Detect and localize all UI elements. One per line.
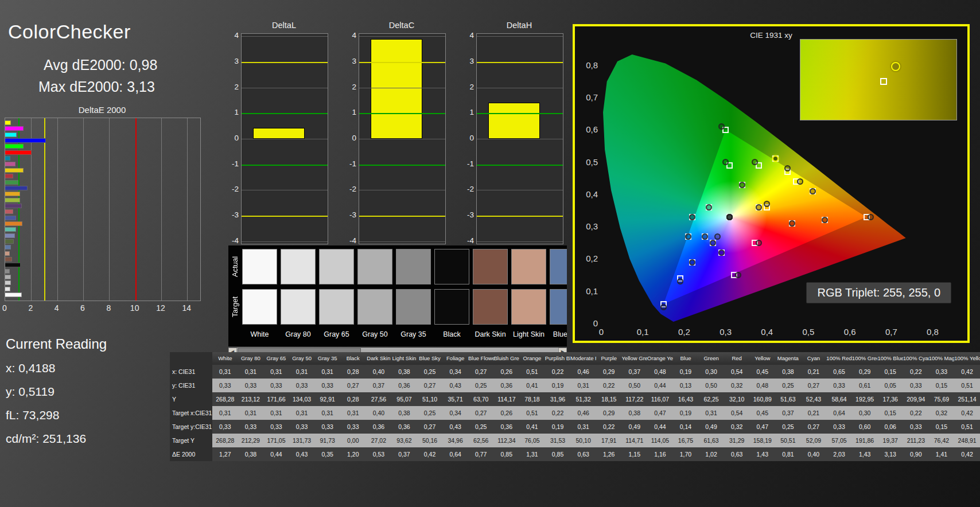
delta-axis-tick: -2: [460, 185, 474, 193]
cie-panel: CIE 1931 xy 00,10,20,30,40,50,60,70,800,…: [573, 24, 970, 343]
swatch-actual[interactable]: [550, 249, 567, 284]
table-cell: 76,05: [519, 434, 545, 447]
swatch-actual[interactable]: [396, 249, 431, 284]
table-cell: 0,46: [570, 365, 596, 379]
swatch-actual[interactable]: [281, 249, 316, 284]
swatch-actual[interactable]: [242, 249, 277, 284]
table-cell: 0,27: [468, 365, 494, 379]
table-cell: 0,33: [314, 420, 340, 434]
table-cell: 0,50: [698, 379, 724, 392]
delta-axis-tick: 3: [460, 57, 474, 65]
cie-zoom-inset: [800, 39, 957, 120]
deltae-bar: [5, 174, 13, 178]
deltae-x-tick: 10: [126, 303, 143, 313]
table-row: Target y:CIE310,330,330,330,330,330,330,…: [170, 420, 980, 434]
table-cell: 0,34: [442, 365, 468, 379]
cie-y-tick: 0,6: [577, 124, 598, 134]
delta-yellow-line: [477, 62, 563, 63]
delta-chart-title: DeltaL: [241, 21, 327, 30]
table-cell: 0,33: [238, 379, 264, 392]
deltae-bar: [5, 120, 11, 125]
table-cell: 1,02: [698, 447, 724, 461]
table-cell: 0,14: [673, 420, 699, 434]
table-column-header: Purple: [596, 352, 622, 365]
table-cell: 0,25: [417, 406, 443, 420]
table-cell: 0,22: [596, 420, 622, 434]
table-cell: 0,00: [340, 434, 366, 447]
swatch-target[interactable]: [550, 289, 567, 325]
table-column-header: Light Skin: [391, 352, 417, 365]
table-cell: 0,42: [954, 365, 980, 379]
cie-x-tick: 0,1: [632, 327, 653, 337]
table-cell: 0,45: [749, 406, 775, 420]
table-cell: 1,27: [212, 447, 238, 461]
table-cell: 50,16: [417, 434, 443, 447]
swatch-label: Light Skin: [511, 330, 546, 338]
table-cell: 0,31: [289, 365, 315, 379]
swatch-label: White: [242, 330, 277, 338]
table-cell: 0,27: [468, 406, 494, 420]
table-cell: 251,14: [954, 392, 980, 406]
table-cell: 0,33: [903, 420, 929, 434]
table-cell: 0,61: [852, 379, 878, 392]
table-row: ΔE 20001,270,380,440,430,351,200,530,370…: [170, 447, 980, 461]
swatch-target[interactable]: [242, 289, 277, 325]
delta-axis-tick: 4: [225, 31, 239, 40]
deltae-bar: [5, 216, 16, 220]
table-cell: 0,33: [314, 379, 340, 392]
swatch-target[interactable]: [319, 289, 354, 325]
table-cell: 31,53: [545, 434, 571, 447]
inset-measured-point: [891, 62, 900, 71]
table-cell: 31,29: [724, 434, 750, 447]
table-cell: 114,71: [622, 434, 648, 447]
swatch-target[interactable]: [434, 289, 469, 325]
delta-axis-tick: 2: [460, 83, 474, 91]
cie-y-tick: 0,7: [577, 92, 598, 102]
cie-measured-point: [756, 204, 762, 210]
swatch-target[interactable]: [357, 289, 392, 325]
table-cell: 32,10: [724, 392, 750, 406]
table-column-header: 100% Cyan: [903, 352, 929, 365]
swatch-actual[interactable]: [319, 249, 354, 284]
table-cell: 18,15: [596, 392, 622, 406]
swatch-target[interactable]: [511, 289, 546, 325]
table-cell: 95,07: [391, 392, 417, 406]
table-cell: 0,41: [519, 420, 545, 434]
cie-y-tick: 0,4: [577, 189, 598, 199]
table-row-label: Target y:CIE31: [170, 420, 212, 434]
swatch-actual[interactable]: [511, 249, 546, 284]
table-cell: 2,03: [826, 447, 852, 461]
swatch-actual[interactable]: [473, 249, 508, 284]
table-cell: 0,77: [468, 447, 494, 461]
table-cell: 0,45: [749, 365, 775, 379]
delta-chart-deltac: DeltaC43210-1-2-3-4: [343, 21, 452, 245]
current-reading-panel: Current Reading x: 0,4188 y: 0,5119 fL: …: [6, 336, 107, 455]
swatch-actual[interactable]: [434, 249, 469, 284]
delta-chart-plot: [241, 33, 328, 244]
cie-measured-point: [677, 278, 683, 284]
delta-axis-tick: -4: [343, 236, 356, 245]
table-cell: 191,86: [852, 434, 878, 447]
table-cell: 0,38: [391, 365, 417, 379]
table-cell: 51,10: [417, 392, 443, 406]
table-cell: 0,31: [289, 406, 315, 420]
table-cell: 1,20: [340, 447, 366, 461]
table-cell: 0,05: [877, 379, 903, 392]
swatch-actual[interactable]: [357, 249, 392, 284]
table-cell: 0,48: [749, 379, 775, 392]
deltae-bar: [5, 251, 10, 256]
swatch-row-target: [242, 289, 567, 325]
swatch-target[interactable]: [473, 289, 508, 325]
delta-yellow-line: [359, 62, 445, 63]
cie-y-tick: 0,3: [577, 221, 598, 231]
table-cell: 0,37: [366, 379, 392, 392]
swatch-target[interactable]: [281, 289, 316, 325]
table-cell: 0,15: [877, 365, 903, 379]
table-cell: 0,26: [494, 365, 520, 379]
table-cell: 0,40: [366, 406, 392, 420]
table-cell: 1,70: [673, 447, 699, 461]
swatch-target[interactable]: [396, 289, 431, 325]
table-cell: 62,25: [698, 392, 724, 406]
table-column-header: Gray 35: [314, 352, 340, 365]
table-cell: 17,36: [877, 392, 903, 406]
